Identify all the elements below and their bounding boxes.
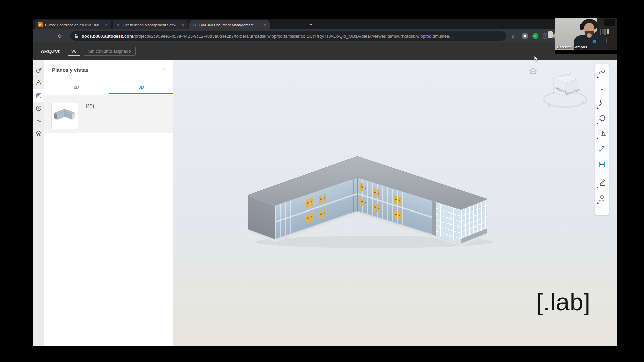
tab-curso[interactable]: in Curso: Coordinación en BIM D08 × [35,20,111,29]
document-toolbar: ARQ.rvt V6 Sin conjunto asignado [33,42,617,60]
view-thumbnail[interactable] [51,103,78,129]
rail-model-browser-icon[interactable] [33,127,44,140]
tool-callout[interactable] [595,95,609,110]
tab-close-icon[interactable]: × [180,23,185,27]
bim360-favicon-icon: B [115,22,120,27]
building-model[interactable] [247,155,508,249]
tab-title: Curso: Coordinación en BIM D08 [45,23,102,27]
tool-area-fill[interactable] [595,190,609,205]
tab-close-icon[interactable]: × [104,23,109,27]
person-watch [593,40,596,43]
panel-title: Planos y vistas [52,67,88,73]
compass-east[interactable]: E [581,100,584,105]
sheets-views-panel: Planos y vistas × 2D 3D {3D} [44,60,173,346]
viewcube[interactable]: S E FRONTAL DERECHA SUPERIOR [527,66,594,113]
url-input[interactable]: docs.b360.autodesk.com/projects/2c959ee5… [70,31,506,41]
tab-construction[interactable]: B Construction Management Softw × [113,20,188,29]
rail-sheets-views-icon[interactable] [33,89,44,102]
webcam-name-label: Esteban Campos [557,45,587,49]
rail-issues-icon[interactable] [33,76,44,89]
view-list-item[interactable]: {3D} [44,95,173,133]
url-path: /projects/2c959ee5-b57a-4425-9c12-48d3a0… [133,34,453,39]
reload-icon[interactable]: ⟳ [55,33,65,39]
tab-bim360-docs[interactable]: B BIM 360 Document Management × [189,20,270,29]
view-label: {3D} [86,103,94,108]
tab-bar: in Curso: Coordinación en BIM D08 × B Co… [33,19,617,29]
extensions-puzzle-icon[interactable] [548,31,553,38]
rail-levels-icon[interactable] [33,115,44,127]
rail-history-icon[interactable] [33,102,44,115]
forward-icon[interactable]: → [45,33,55,39]
set-assignment-badge[interactable]: Sin conjunto asignado [84,47,136,56]
file-name: ARQ.rvt [41,48,60,54]
thumbnail-building-icon [52,103,78,129]
rail-markups-icon[interactable] [33,64,44,76]
compass-south[interactable]: S [548,103,551,108]
tool-cloud[interactable] [595,110,609,126]
left-icon-rail [33,60,44,346]
toolbar-divider [598,173,606,173]
tab-title: BIM 360 Document Management [199,23,260,27]
panel-close-icon[interactable]: × [162,66,166,73]
tool-shapes[interactable] [595,126,609,141]
screen: in Curso: Coordinación en BIM D08 × B Co… [0,0,644,362]
new-tab-button[interactable]: + [307,21,315,28]
tab-title: Construction Management Softw [123,23,178,27]
address-bar: ← → ⟳ docs.b360.autodesk.com/projects/2c… [33,29,617,42]
version-badge[interactable]: V6 [68,47,80,56]
headset-icon [580,24,584,30]
markup-toolbar [595,64,609,215]
viewcube-home-icon[interactable] [529,68,537,74]
extension-check-icon[interactable]: ✓ [532,33,538,39]
bim360-favicon-icon: B [192,22,197,27]
tool-dimension[interactable] [595,157,609,172]
url-domain: docs.b360.autodesk.com [82,34,133,39]
lock-icon [74,34,78,38]
tool-pen-color[interactable] [595,175,609,190]
course-favicon-icon: in [38,22,43,27]
active-tab-underline [109,93,173,94]
tool-freehand[interactable] [595,64,609,79]
tool-text[interactable] [595,79,609,95]
person-hand [587,33,592,38]
webcam-overlay: Esteban Campos [555,18,617,54]
tool-arrow[interactable] [595,141,609,157]
bookmark-star-icon[interactable]: ☆ [511,33,515,39]
tab-2d[interactable]: 2D [44,80,109,94]
tab-close-icon[interactable]: × [262,23,267,27]
extension-record-icon[interactable] [522,33,528,39]
model-viewer-canvas[interactable]: S E FRONTAL DERECHA SUPERIOR [173,60,617,346]
back-icon[interactable]: ← [35,33,45,39]
mouse-cursor [534,55,540,62]
tab-3d[interactable]: 3D [109,80,173,94]
lab-watermark: [.lab] [527,288,599,316]
